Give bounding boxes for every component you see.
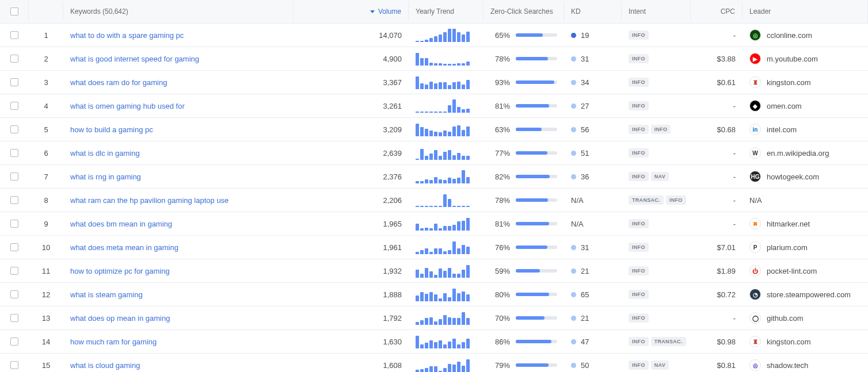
- cpc-cell: -: [691, 102, 743, 110]
- kd-cell: 47: [564, 338, 622, 346]
- table-row: 6what is dlc in gaming2,63977%51INFO-Wen…: [0, 141, 868, 165]
- keyword-link[interactable]: what does op mean in gaming: [70, 314, 170, 323]
- zeroclick-header[interactable]: Zero-Click Searches: [484, 2, 564, 21]
- row-checkbox[interactable]: [10, 338, 18, 346]
- row-checkbox[interactable]: [10, 220, 18, 228]
- leader-cell: inintel.com: [743, 124, 868, 135]
- zeroclick-pct: 93%: [490, 78, 510, 87]
- intent-header[interactable]: Intent: [622, 2, 691, 21]
- row-index: 14: [29, 338, 63, 346]
- row-checkbox[interactable]: [10, 267, 18, 275]
- row-checkbox[interactable]: [10, 102, 18, 110]
- keyword-link[interactable]: what does ram do for gaming: [70, 78, 167, 87]
- intent-badge: INFO: [651, 125, 671, 134]
- zeroclick-pct: 59%: [490, 267, 510, 275]
- keyword-link[interactable]: what ram can the hp pavilion gaming lapt…: [70, 196, 229, 205]
- leader-domain: pocket-lint.com: [767, 267, 817, 275]
- keyword-cell: what does bm mean in gaming: [63, 220, 294, 228]
- leader-domain: store.steampowered.com: [767, 290, 851, 299]
- kd-dot-icon: [571, 292, 576, 297]
- leader-cell: ◎shadow.tech: [743, 359, 868, 371]
- kd-value: 21: [581, 267, 589, 275]
- keyword-link[interactable]: what is cloud gaming: [70, 361, 140, 370]
- row-checkbox[interactable]: [10, 243, 18, 251]
- kd-dot-icon: [571, 363, 576, 368]
- volume-cell: 14,070: [294, 31, 409, 40]
- kd-header[interactable]: KD: [564, 2, 622, 21]
- row-checkbox[interactable]: [10, 196, 18, 204]
- leader-cell: ♜kingston.com: [743, 76, 868, 88]
- leader-favicon-icon: ◎: [749, 359, 761, 371]
- keyword-link[interactable]: how much ram for gaming: [70, 338, 157, 346]
- table-header-row: Keywords (50,642) Volume Yearly Trend Ze…: [0, 0, 868, 24]
- keyword-cell: how much ram for gaming: [63, 338, 294, 346]
- cpc-cell: $0.81: [691, 361, 743, 370]
- zeroclick-cell: 59%: [484, 267, 564, 275]
- intent-cell: INFO: [622, 78, 691, 87]
- keywords-header[interactable]: Keywords (50,642): [63, 2, 294, 21]
- volume-header[interactable]: Volume: [294, 2, 409, 21]
- kd-cell: 56: [564, 125, 622, 134]
- intent-badge: INFO: [629, 219, 649, 228]
- row-checkbox[interactable]: [10, 290, 18, 298]
- leader-domain: en.m.wikipedia.org: [767, 149, 829, 158]
- keyword-link[interactable]: what is omen gaming hub used for: [70, 102, 185, 110]
- keyword-cell: what is dlc in gaming: [63, 149, 294, 158]
- trend-sparkline: [409, 311, 484, 325]
- keyword-link[interactable]: what does bm mean in gaming: [70, 220, 172, 228]
- leader-favicon-icon: ▶: [749, 53, 761, 64]
- row-checkbox[interactable]: [10, 31, 18, 39]
- kd-value: 21: [581, 314, 589, 323]
- leader-domain: howtogeek.com: [767, 172, 819, 181]
- keyword-link[interactable]: how to build a gaming pc: [70, 125, 153, 134]
- zeroclick-bar: [516, 104, 557, 108]
- row-checkbox[interactable]: [10, 78, 18, 86]
- trend-sparkline: [409, 146, 484, 160]
- leader-cell: ◯github.com: [743, 312, 868, 324]
- row-checkbox-cell: [0, 125, 29, 133]
- row-checkbox[interactable]: [10, 125, 18, 133]
- cpc-header[interactable]: CPC: [691, 2, 743, 21]
- trend-sparkline: [409, 170, 484, 183]
- keyword-link[interactable]: what to do with a spare gaming pc: [70, 31, 184, 40]
- zeroclick-cell: 63%: [484, 125, 564, 134]
- kd-cell: 31: [564, 55, 622, 63]
- cpc-cell: -: [691, 196, 743, 205]
- trend-sparkline: [409, 122, 484, 136]
- intent-cell: INFO: [622, 219, 691, 228]
- kd-cell: 50: [564, 361, 622, 370]
- keyword-link[interactable]: what is steam gaming: [70, 290, 143, 299]
- row-checkbox[interactable]: [10, 55, 18, 63]
- zeroclick-bar: [516, 293, 557, 296]
- kd-value: 31: [581, 55, 589, 63]
- keyword-cell: what does ram do for gaming: [63, 78, 294, 87]
- kd-dot-icon: [571, 245, 576, 250]
- kd-dot-icon: [571, 151, 576, 156]
- keyword-link[interactable]: how to optimize pc for gaming: [70, 267, 170, 275]
- intent-cell: INFO: [622, 54, 691, 63]
- kd-dot-icon: [571, 269, 576, 274]
- leader-favicon-icon: W: [749, 147, 761, 159]
- keyword-link[interactable]: what does meta mean in gaming: [70, 243, 178, 252]
- row-checkbox-cell: [0, 290, 29, 298]
- row-checkbox[interactable]: [10, 149, 18, 157]
- select-all-checkbox[interactable]: [10, 7, 18, 16]
- zeroclick-cell: 93%: [484, 78, 564, 87]
- leader-header[interactable]: Leader: [743, 2, 868, 21]
- row-checkbox[interactable]: [10, 172, 18, 181]
- cpc-cell: -: [691, 31, 743, 40]
- cpc-cell: $0.72: [691, 290, 743, 299]
- volume-cell: 2,639: [294, 149, 409, 158]
- keyword-link[interactable]: what is good internet speed for gaming: [70, 55, 199, 63]
- select-all-cell: [0, 2, 29, 21]
- keyword-link[interactable]: what is dlc in gaming: [70, 149, 140, 158]
- zeroclick-cell: 81%: [484, 102, 564, 110]
- trend-header[interactable]: Yearly Trend: [409, 2, 484, 21]
- keyword-link[interactable]: what is rng in gaming: [70, 172, 141, 181]
- row-checkbox[interactable]: [10, 314, 18, 322]
- row-checkbox[interactable]: [10, 361, 18, 369]
- kd-dot-icon: [571, 56, 576, 62]
- leader-domain: kingston.com: [767, 78, 811, 87]
- keyword-cell: what is good internet speed for gaming: [63, 55, 294, 63]
- cpc-cell: $0.98: [691, 338, 743, 346]
